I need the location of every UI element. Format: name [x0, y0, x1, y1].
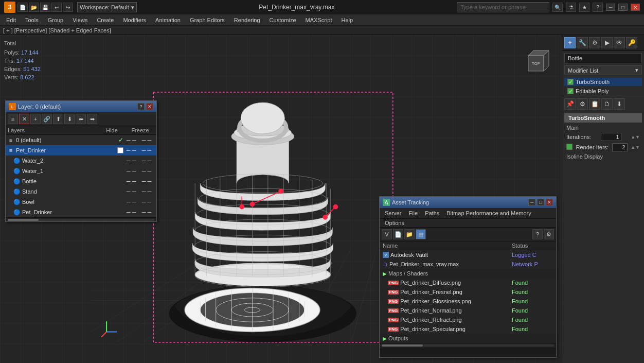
configure-icon[interactable]: ⚙ [577, 98, 588, 110]
asset-row-maxfile[interactable]: 🗋 Pet_Drinker_max_vray.max Network P [380, 260, 556, 269]
panel-icon-motion[interactable]: ▶ [601, 37, 613, 48]
modifier-list-header[interactable]: Modifier List ▾ [564, 65, 642, 75]
bookmark-btn[interactable]: ★ [579, 3, 589, 12]
layer-row-stand[interactable]: 🔵 Stand ─ ─ ─ ─ [6, 186, 156, 197]
asset-btn-settings[interactable]: ⚙ [544, 229, 554, 239]
layer-title-bar[interactable]: L Layer: 0 (default) ? ✕ [6, 101, 156, 112]
layer-row-pet-drinker-group[interactable]: ≡ Pet_Drinker ─ ─ ─ ─ [6, 145, 156, 155]
search-btn[interactable]: 🔍 [552, 3, 563, 12]
asset-menu-server[interactable]: Server [382, 209, 404, 217]
menu-help[interactable]: Help [337, 16, 357, 24]
asset-row-specular[interactable]: PNG Pet_drinker_Specular.png Found [380, 324, 556, 334]
layer-delete-btn[interactable]: ✕ [19, 114, 29, 124]
paste-icon[interactable]: 📋 [589, 98, 600, 110]
layer-row-water1[interactable]: 🔵 Water_1 ─ ─ ─ ─ [6, 166, 156, 176]
asset-menu-paths[interactable]: Paths [422, 209, 442, 217]
modifier-editable-poly[interactable]: ✓ Editable Poly [564, 87, 642, 95]
menu-customize[interactable]: Customize [265, 16, 300, 24]
asset-btn-table[interactable]: ▤ [416, 229, 426, 239]
filter-btn[interactable]: ⚗ [566, 3, 576, 12]
maximize-btn[interactable]: □ [618, 4, 628, 11]
new-btn[interactable]: 📄 [17, 3, 28, 12]
modifier-checkbox-turbosmooth[interactable]: ✓ [567, 79, 574, 85]
asset-btn-folder[interactable]: 📁 [404, 229, 415, 239]
layer-row-default[interactable]: ≡ 0 (default) ✓ ─ ─ ─ ─ [6, 135, 156, 145]
asset-minimize-btn[interactable]: ─ [528, 199, 535, 206]
asset-input-bar[interactable] [380, 347, 556, 357]
asset-scrollbar-thumb[interactable] [382, 344, 423, 347]
asset-row-outputs-group[interactable]: ▶ Outputs [380, 334, 556, 343]
menu-modifiers[interactable]: Modifiers [119, 16, 150, 24]
undo-btn[interactable]: ↩ [51, 3, 62, 12]
layer-link-btn[interactable]: 🔗 [42, 114, 52, 124]
asset-maximize-btn[interactable]: □ [537, 199, 544, 206]
asset-menu-options[interactable]: Options [382, 219, 407, 227]
asset-scrollbar[interactable] [380, 343, 556, 347]
navigation-cube[interactable]: TOP [521, 45, 551, 76]
panel-icon-hierarchy[interactable]: ⚙ [589, 37, 600, 48]
panel-icon-display[interactable]: 👁 [614, 37, 625, 48]
paste2-icon[interactable]: ⬇ [614, 98, 625, 110]
save-btn[interactable]: 💾 [40, 3, 50, 12]
menu-animation[interactable]: Animation [151, 16, 185, 24]
minimize-btn[interactable]: ─ [606, 4, 615, 11]
search-box[interactable]: Type a keyword or phrase [457, 2, 549, 12]
modifier-turbosmooth[interactable]: ✓ TurboSmooth [564, 78, 642, 86]
panel-icon-utilities[interactable]: 🔑 [626, 37, 637, 48]
asset-btn-help[interactable]: ? [532, 229, 543, 239]
asset-row-maps-group[interactable]: ▶ Maps / Shaders [380, 269, 556, 278]
object-name-input[interactable] [564, 53, 642, 63]
menu-views[interactable]: Views [68, 16, 92, 24]
menu-tools[interactable]: Tools [21, 16, 43, 24]
layer-add-btn[interactable]: + [30, 114, 41, 124]
render-iters-input[interactable] [612, 143, 628, 151]
layer-close-btn[interactable]: ✕ [146, 103, 153, 110]
copy-icon[interactable]: 🗋 [601, 98, 613, 110]
layer-row-water2[interactable]: 🔵 Water_2 ─ ─ ─ ─ [6, 155, 156, 166]
asset-row-diffuse[interactable]: PNG Pet_drinker_Diffuse.png Found [380, 278, 556, 287]
asset-menu-bitmap[interactable]: Bitmap Performance and Memory [443, 209, 534, 217]
layer-btn8[interactable]: ➡ [87, 114, 97, 124]
workspace-dropdown[interactable]: Workspace: Default ▾ [77, 2, 137, 12]
layer-row-bottle[interactable]: 🔵 Bottle ─ ─ ─ ─ [6, 176, 156, 186]
render-iters-checkbox[interactable] [566, 144, 573, 151]
modifier-checkbox-poly[interactable]: ✓ [567, 88, 574, 94]
layer-row-bowl[interactable]: 🔵 Bowl ─ ─ ─ ─ [6, 197, 156, 207]
iterations-arrows[interactable]: ▲▼ [631, 134, 640, 140]
help-btn[interactable]: ? [593, 3, 603, 12]
menu-graph-editors[interactable]: Graph Editors [186, 16, 229, 24]
asset-row-vault[interactable]: V Autodesk Vault Logged C [380, 250, 556, 260]
asset-title-bar[interactable]: A Asset Tracking ─ □ ✕ [380, 197, 556, 208]
asset-search-input[interactable] [380, 348, 556, 357]
pin-icon[interactable]: 📌 [564, 98, 576, 110]
layer-row-pet-drinker-item[interactable]: 🔵 Pet_Drinker ─ ─ ─ ─ [6, 207, 156, 217]
layer-icon-btn1[interactable]: ≡ [8, 114, 18, 124]
layer-scrollbar[interactable] [6, 217, 156, 221]
asset-btn-file[interactable]: 📄 [393, 229, 403, 239]
layer-btn5[interactable]: ⬆ [53, 114, 63, 124]
menu-rendering[interactable]: Rendering [230, 16, 264, 24]
menu-group[interactable]: Group [44, 16, 68, 24]
redo-btn[interactable]: ↪ [63, 3, 73, 12]
asset-close-btn[interactable]: ✕ [546, 199, 553, 206]
asset-row-fresnel[interactable]: PNG Pet_drinker_Fresnel.png Found [380, 287, 556, 297]
layer-btn7[interactable]: ⬅ [76, 114, 86, 124]
close-btn[interactable]: ✕ [631, 4, 640, 11]
panel-icon-modify[interactable]: 🔧 [577, 37, 588, 48]
layer-help-btn[interactable]: ? [137, 103, 145, 110]
asset-row-normal[interactable]: PNG Pet_drinker_Normal.png Found [380, 306, 556, 315]
asset-row-refract[interactable]: PNG Pet_drinker_Refract.png Found [380, 315, 556, 324]
asset-row-glossiness[interactable]: PNG Pet_drinker_Glossiness.png Found [380, 297, 556, 306]
asset-col-status-header: Status [512, 243, 553, 249]
iterations-input[interactable] [601, 133, 621, 141]
menu-maxscript[interactable]: MAXScript [301, 16, 336, 24]
panel-icon-create[interactable]: ✦ [564, 37, 576, 48]
layer-scrollbar-thumb[interactable] [8, 219, 39, 221]
open-btn[interactable]: 📂 [29, 3, 39, 12]
menu-create[interactable]: Create [93, 16, 118, 24]
asset-btn-vault[interactable]: V [382, 229, 392, 239]
layer-btn6[interactable]: ⬇ [64, 114, 75, 124]
asset-menu-file[interactable]: File [405, 209, 421, 217]
menu-edit[interactable]: Edit [2, 16, 20, 24]
render-iters-arrows[interactable]: ▲▼ [631, 145, 640, 150]
